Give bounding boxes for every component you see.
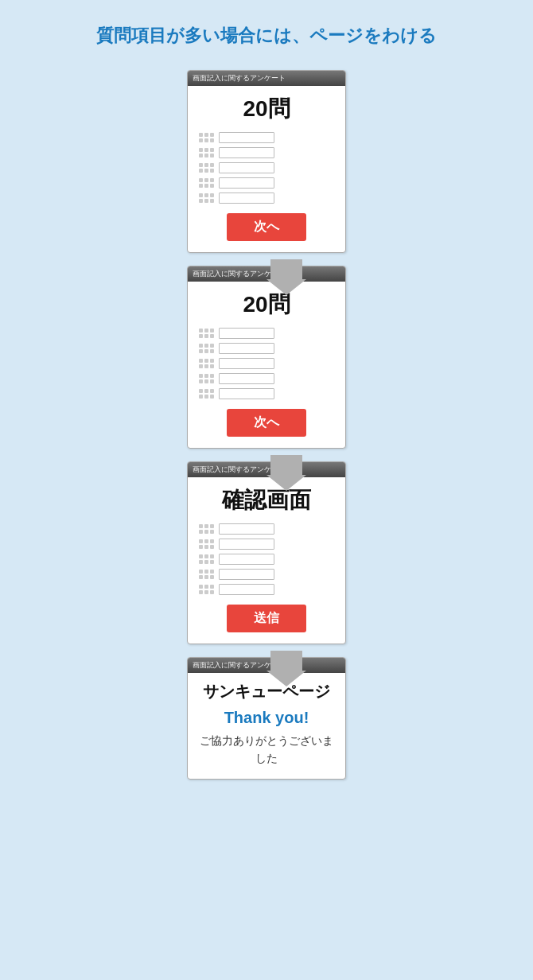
card-1-body: 20問 [188, 86, 345, 252]
card-2-body: 20問 [188, 282, 345, 448]
dots-icon [199, 539, 214, 549]
svg-marker-2 [266, 651, 306, 686]
form-row [199, 569, 334, 580]
dots-icon [199, 524, 214, 534]
dots-icon [199, 193, 214, 203]
form-row [199, 539, 334, 550]
card-4-body: サンキューページ Thank you! ご協力ありがとうございました [188, 673, 345, 779]
input-box [219, 539, 274, 550]
svg-marker-0 [266, 259, 306, 295]
dots-icon [199, 148, 214, 158]
input-box [219, 584, 274, 595]
input-box [219, 523, 274, 535]
dots-icon [199, 570, 214, 579]
dots-icon [199, 163, 214, 173]
next-button-1[interactable]: 次へ [227, 213, 306, 241]
card-3-body: 確認画面 [188, 477, 345, 644]
dots-icon [199, 329, 214, 338]
form-row [199, 192, 334, 204]
input-box [219, 162, 274, 173]
card-3-form-rows [199, 523, 334, 595]
input-box [219, 388, 274, 399]
input-box [219, 177, 274, 189]
thankyou-highlight: Thank you! [199, 709, 334, 727]
svg-marker-1 [266, 455, 306, 491]
input-box [219, 343, 274, 354]
form-row [199, 177, 334, 189]
form-row [199, 554, 334, 565]
input-box [219, 147, 274, 158]
form-row [199, 343, 334, 354]
card-1: 画面記入に関するアンケート 20問 [187, 70, 346, 253]
next-button-2[interactable]: 次へ [227, 409, 306, 437]
form-row [199, 162, 334, 173]
form-row [199, 358, 334, 369]
input-box [219, 358, 274, 369]
input-box [219, 373, 274, 384]
form-row [199, 132, 334, 143]
form-row [199, 584, 334, 595]
card-1-header: 画面記入に関するアンケート [188, 71, 345, 86]
dots-icon [199, 344, 214, 353]
input-box [219, 132, 274, 143]
card-1-form-rows [199, 132, 334, 204]
dots-icon [199, 133, 214, 142]
card-1-title: 20問 [199, 94, 334, 124]
dots-icon [199, 374, 214, 383]
page-title: 質問項目が多い場合には、ページをわける [16, 24, 517, 48]
form-row [199, 373, 334, 384]
dots-icon [199, 585, 214, 594]
form-row [199, 388, 334, 399]
input-box [219, 328, 274, 339]
thankyou-message: ご協力ありがとうございました [199, 732, 334, 768]
form-row [199, 523, 334, 535]
card-2-form-rows [199, 328, 334, 399]
form-row [199, 147, 334, 158]
dots-icon [199, 389, 214, 399]
dots-icon [199, 554, 214, 564]
input-box [219, 192, 274, 204]
form-row [199, 328, 334, 339]
dots-icon [199, 359, 214, 368]
input-box [219, 569, 274, 580]
send-button[interactable]: 送信 [227, 605, 306, 632]
dots-icon [199, 178, 214, 188]
input-box [219, 554, 274, 565]
